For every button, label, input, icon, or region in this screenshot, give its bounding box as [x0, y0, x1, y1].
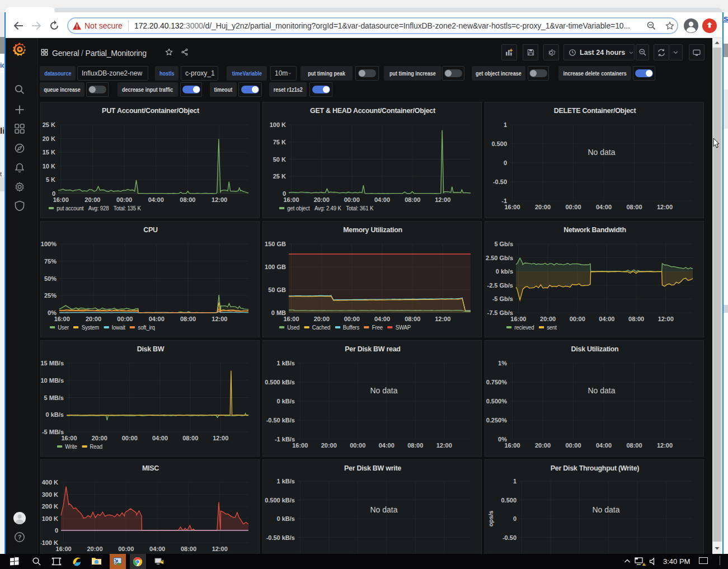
svg-text:0 kB/s: 0 kB/s [277, 515, 295, 522]
svg-text:-7.5 Gb/s: -7.5 Gb/s [487, 309, 513, 316]
svg-text:-0.50: -0.50 [493, 178, 507, 185]
svg-text:75%: 75% [44, 258, 57, 265]
svg-text:5 MB/s: 5 MB/s [44, 394, 64, 401]
svg-text:-0.50: -0.50 [502, 534, 516, 541]
svg-text:1 kB/s: 1 kB/s [277, 478, 295, 485]
svg-text:08:00: 08:00 [181, 546, 196, 552]
svg-text:16:00: 16:00 [56, 546, 72, 552]
svg-text:00:00: 00:00 [122, 435, 138, 441]
svg-text:20:00: 20:00 [87, 546, 102, 552]
svg-text:CPU: CPU [143, 226, 158, 234]
svg-text:Disk Utilization: Disk Utilization [571, 345, 619, 353]
svg-text:-0.50 kB/s: -0.50 kB/s [266, 417, 295, 424]
svg-text:0%: 0% [498, 436, 507, 443]
svg-text:25 K: 25 K [43, 121, 55, 128]
svg-text:04:00: 04:00 [596, 442, 612, 449]
svg-text:75 K: 75 K [273, 139, 286, 145]
svg-text:20:00: 20:00 [314, 196, 330, 203]
svg-text:00:00: 00:00 [565, 442, 581, 449]
svg-text:25%: 25% [44, 292, 57, 299]
svg-text:0.500 kB/s: 0.500 kB/s [265, 497, 295, 504]
svg-text:12:00: 12:00 [212, 196, 227, 203]
svg-text:Per Disk BW write: Per Disk BW write [344, 464, 401, 472]
svg-text:20:00: 20:00 [86, 316, 101, 322]
svg-text:150 GB: 150 GB [265, 241, 286, 247]
svg-text:Network Bandwidth: Network Bandwidth [563, 226, 626, 234]
svg-text:16:00: 16:00 [53, 196, 69, 203]
svg-text:400 K: 400 K [42, 479, 58, 486]
svg-text:0 kb/s: 0 kb/s [496, 268, 513, 275]
svg-text:0 kB/s: 0 kB/s [46, 411, 64, 418]
svg-text:00:00: 00:00 [565, 204, 581, 210]
svg-text:0.250%: 0.250% [486, 417, 508, 424]
svg-text:20 K: 20 K [43, 135, 55, 142]
svg-text:100%: 100% [41, 241, 57, 247]
svg-text:-2.5 Gb/s: -2.5 Gb/s [487, 282, 513, 289]
svg-text:No data: No data [592, 505, 619, 514]
svg-text:0: 0 [513, 515, 516, 522]
svg-text:08:00: 08:00 [405, 316, 420, 322]
svg-text:25 K: 25 K [273, 173, 286, 180]
svg-text:No data: No data [370, 505, 397, 514]
svg-text:04:00: 04:00 [148, 196, 164, 203]
svg-text:-0.50 kB/s: -0.50 kB/s [266, 534, 295, 541]
svg-text:08:00: 08:00 [405, 196, 420, 203]
svg-text:20:00: 20:00 [535, 204, 551, 210]
svg-text:08:00: 08:00 [407, 442, 423, 449]
svg-text:0: 0 [55, 527, 58, 534]
svg-text:00:00: 00:00 [570, 316, 585, 322]
svg-text:0: 0 [504, 159, 507, 166]
svg-text:PUT Account/Container/Object: PUT Account/Container/Object [102, 107, 200, 115]
svg-text:Disk BW: Disk BW [137, 345, 165, 353]
svg-text:08:00: 08:00 [626, 204, 642, 210]
svg-text:04:00: 04:00 [374, 196, 390, 203]
svg-text:?: ? [18, 534, 22, 540]
svg-text:00:00: 00:00 [117, 316, 133, 322]
svg-text:0.500: 0.500 [501, 497, 516, 504]
svg-text:50 K: 50 K [273, 156, 286, 163]
svg-text:04:00: 04:00 [149, 316, 165, 322]
svg-text:20:00: 20:00 [535, 442, 551, 449]
svg-text:50%: 50% [44, 275, 57, 282]
svg-text:50 GB: 50 GB [268, 286, 286, 293]
svg-text:00:00: 00:00 [118, 546, 134, 552]
svg-text:15 K: 15 K [43, 149, 55, 156]
svg-text:10 K: 10 K [43, 163, 55, 170]
svg-text:04:00: 04:00 [596, 204, 612, 210]
svg-text:No data: No data [588, 386, 615, 395]
svg-text:08:00: 08:00 [626, 442, 642, 449]
svg-text:20:00: 20:00 [84, 196, 100, 203]
svg-text:0 kB/s: 0 kB/s [277, 398, 295, 405]
svg-text:DELETE Container/Object: DELETE Container/Object [554, 107, 637, 115]
svg-text:MISC: MISC [142, 464, 159, 472]
svg-text:-1: -1 [501, 197, 507, 204]
svg-text:-1 kB/s: -1 kB/s [275, 436, 295, 443]
svg-text:Per Disk BW read: Per Disk BW read [345, 345, 400, 353]
svg-text:Memory Utilization: Memory Utilization [343, 226, 402, 234]
svg-text:0: 0 [52, 190, 55, 197]
svg-text:100 K: 100 K [270, 121, 286, 128]
svg-text:10 MB/s: 10 MB/s [41, 377, 64, 384]
svg-text:1: 1 [513, 478, 516, 485]
svg-text:08:00: 08:00 [628, 316, 644, 322]
svg-text:15 MB/s: 15 MB/s [41, 360, 64, 366]
svg-text:20:00: 20:00 [540, 316, 556, 322]
svg-text:0 MB: 0 MB [271, 309, 286, 316]
svg-text:-5 Gb/s: -5 Gb/s [492, 295, 513, 302]
svg-text:0%: 0% [48, 309, 57, 316]
svg-text:0: 0 [283, 190, 286, 197]
svg-text:08:00: 08:00 [180, 196, 195, 203]
svg-text:0.500%: 0.500% [486, 398, 508, 405]
svg-text:00:00: 00:00 [116, 196, 132, 203]
svg-text:12:00: 12:00 [657, 204, 673, 210]
svg-text:04:00: 04:00 [152, 435, 168, 441]
svg-text:16:00: 16:00 [504, 204, 520, 210]
svg-text:16:00: 16:00 [510, 316, 526, 322]
svg-text:04:00: 04:00 [379, 442, 394, 449]
svg-text:12:00: 12:00 [658, 316, 674, 322]
svg-text:12:00: 12:00 [212, 546, 228, 552]
svg-text:No data: No data [370, 386, 397, 395]
svg-text:-5 MB/s: -5 MB/s [42, 429, 64, 435]
svg-text:1%: 1% [498, 360, 507, 366]
svg-text:12:00: 12:00 [657, 442, 673, 449]
